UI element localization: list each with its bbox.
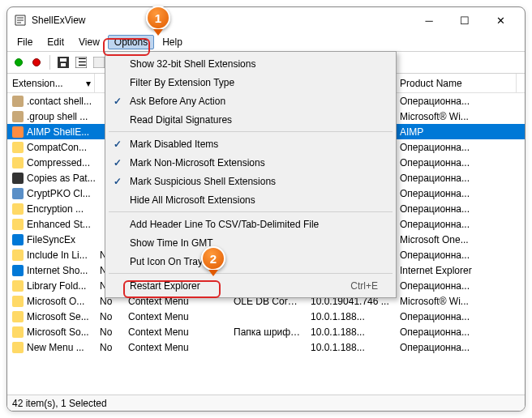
table-row[interactable]: Microsoft Se...NoContext Menu10.0.1.188.…: [7, 309, 525, 324]
menu-item[interactable]: Restart ExplorerCtrl+E: [107, 276, 394, 295]
svg-rect-23: [12, 342, 24, 353]
menu-item[interactable]: Mark Disabled Items: [107, 134, 394, 153]
svg-rect-7: [12, 96, 24, 107]
close-button[interactable]: ✕: [483, 8, 518, 32]
menu-item[interactable]: Put Icon On Tray: [107, 252, 394, 271]
properties-icon[interactable]: [92, 56, 105, 69]
svg-rect-18: [12, 265, 24, 276]
svg-rect-9: [12, 126, 24, 138]
svg-rect-12: [12, 173, 24, 184]
disable-icon[interactable]: [30, 56, 43, 69]
svg-rect-2: [60, 58, 66, 62]
window: ShellExView ─ ☐ ✕ File Edit View Options…: [6, 6, 526, 412]
app-icon: [14, 14, 27, 27]
menu-item[interactable]: Show 32-bit Shell Extensions: [107, 54, 394, 73]
menu-view[interactable]: View: [72, 35, 106, 49]
svg-rect-19: [12, 280, 24, 292]
menu-options[interactable]: Options: [108, 35, 154, 49]
svg-rect-8: [12, 111, 24, 122]
svg-rect-20: [12, 296, 24, 307]
table-row[interactable]: New Menu ...NoContext Menu10.0.1.188...О…: [7, 339, 525, 355]
save-icon[interactable]: [57, 56, 70, 69]
svg-rect-14: [12, 203, 24, 215]
svg-rect-21: [12, 311, 24, 322]
svg-rect-16: [12, 234, 24, 245]
callout-2: 2: [201, 246, 225, 276]
menu-item[interactable]: Ask Before Any Action: [107, 92, 394, 110]
maximize-button[interactable]: ☐: [447, 8, 483, 32]
header-product[interactable]: Product Name: [395, 74, 517, 92]
menu-help[interactable]: Help: [156, 35, 189, 49]
minimize-button[interactable]: ─: [411, 8, 447, 32]
svg-rect-6: [93, 57, 105, 68]
menu-item[interactable]: Read Digital Signatures: [107, 110, 394, 129]
svg-rect-17: [12, 250, 24, 261]
menu-item[interactable]: Mark Non-Microsoft Extensions: [107, 153, 394, 172]
refresh-icon[interactable]: ☰: [75, 56, 88, 69]
menu-item[interactable]: Filter By Extension Type: [107, 73, 394, 92]
menu-file[interactable]: File: [11, 35, 39, 49]
options-dropdown: Show 32-bit Shell ExtensionsFilter By Ex…: [105, 51, 397, 298]
callout-1: 1: [146, 6, 170, 36]
window-title: ShellExView: [32, 15, 411, 26]
header-extension[interactable]: Extension...▾: [7, 74, 95, 92]
svg-rect-3: [61, 63, 66, 66]
svg-rect-13: [12, 188, 24, 199]
svg-rect-11: [12, 157, 24, 168]
titlebar: ShellExView ─ ☐ ✕: [7, 7, 525, 33]
svg-rect-15: [12, 219, 24, 230]
svg-text:☰: ☰: [78, 57, 87, 68]
menu-item[interactable]: Add Header Line To CSV/Tab-Delimited Fil…: [107, 215, 394, 233]
enable-icon[interactable]: [12, 56, 25, 69]
menu-edit[interactable]: Edit: [41, 35, 71, 49]
svg-rect-22: [12, 326, 24, 338]
svg-rect-10: [12, 142, 24, 153]
table-row[interactable]: Microsoft So...NoContext MenuПапка шрифт…: [7, 324, 525, 339]
menubar: File Edit View Options Help: [7, 33, 525, 51]
menu-item[interactable]: Hide All Microsoft Extensions: [107, 190, 394, 209]
statusbar: 42 item(s), 1 Selected: [7, 395, 525, 411]
menu-item[interactable]: Mark Suspicious Shell Extensions: [107, 172, 394, 190]
menu-item[interactable]: Show Time In GMT: [107, 233, 394, 252]
